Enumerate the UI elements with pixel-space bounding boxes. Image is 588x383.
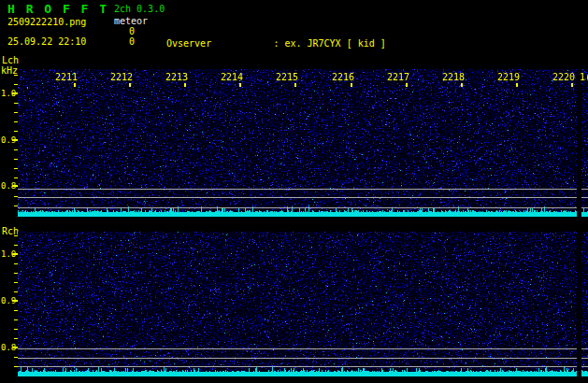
lch-spectrogram-plot: 2211221222132214221522162217221822192220… (18, 69, 588, 217)
reference-line (18, 358, 588, 359)
time-tick-mark (406, 83, 408, 87)
time-tick-mark (239, 83, 241, 87)
freq-tick-label: 0.8 (1, 343, 16, 352)
rch-frequency-axis: 1.00.90.8 (0, 232, 18, 376)
write-cursor-gap (577, 232, 581, 376)
time-tick-mark (184, 83, 186, 87)
time-tick-label: 2220 (552, 72, 575, 82)
freq-tick-label: 0.9 (1, 135, 16, 145)
freq-tick-label: 1.0 (1, 249, 16, 259)
lch-frequency-axis: 1.00.90.8 (0, 69, 18, 217)
freq-tick-label: 0.8 (1, 181, 16, 191)
time-tick-mark (129, 83, 131, 87)
time-tick-label: 2219 (497, 72, 520, 82)
time-tick-label: 2216 (332, 72, 354, 82)
time-tick-mark (351, 83, 352, 87)
capture-datetime: 25.09.22 22:10 (7, 36, 86, 47)
reference-line (18, 207, 588, 208)
meteor-counter-label: meteor (114, 16, 148, 26)
time-tick-label: 2213 (165, 72, 188, 82)
reference-line (18, 348, 588, 349)
time-tick-mark (571, 83, 573, 87)
time-tick-label: 2214 (221, 72, 243, 82)
app-title: H R O F F T (7, 3, 108, 15)
freq-tick-label: 0.9 (1, 296, 16, 305)
meteor-count-1: 0 (107, 26, 135, 36)
reference-line (18, 189, 588, 190)
time-tick-label: 2215 (276, 72, 298, 82)
time-tick-mark (294, 83, 296, 87)
time-tick-label: 2218 (442, 72, 465, 82)
lch-channel-label: Lch (2, 55, 19, 65)
time-axis-suffix-clipped: 1( (580, 72, 588, 82)
hrofft-screen: H R O F F T 2ch 0.3.0 2509222210.png met… (0, 0, 588, 383)
output-filename: 2509222210.png (7, 17, 86, 27)
rch-spectrogram-plot (18, 232, 588, 376)
time-tick-mark (461, 83, 463, 87)
reference-line (18, 366, 588, 367)
time-tick-label: 2212 (110, 72, 133, 82)
rch-spectrogram-canvas (18, 232, 588, 376)
meteor-count-2: 0 (107, 36, 135, 47)
time-tick-mark (516, 83, 518, 87)
app-version: 2ch 0.3.0 (114, 4, 165, 14)
freq-tick-label: 1.0 (1, 89, 16, 98)
time-tick-label: 2211 (55, 72, 78, 82)
lch-spectrogram-canvas (18, 69, 588, 217)
observer-line: Ovserver : ex. JR7CYX [ kid ] (166, 38, 588, 50)
time-tick-mark (74, 83, 76, 87)
time-tick-label: 2217 (387, 72, 409, 82)
reference-line (18, 197, 588, 198)
write-cursor-gap (577, 69, 581, 217)
